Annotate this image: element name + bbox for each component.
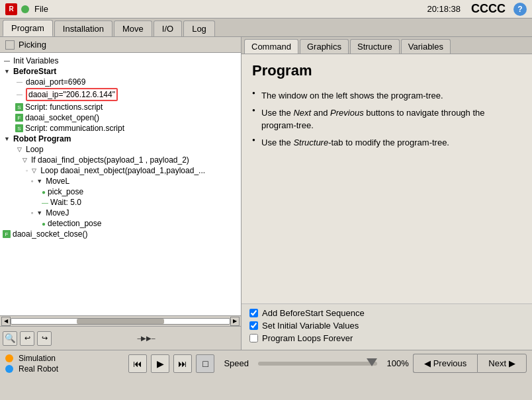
- detection-pose-icon: ●: [42, 220, 46, 227]
- loop-connector: ◦: [26, 167, 28, 174]
- socket-open-icon: F: [15, 114, 23, 122]
- triangle-icon-movel: ▼: [35, 177, 44, 186]
- right-panel-title: Program: [252, 62, 521, 79]
- tree-item-loop[interactable]: ▽ Loop: [3, 144, 238, 155]
- tree-item-detection-pose[interactable]: ● detection_pose: [3, 218, 238, 229]
- tree-item-robot-program[interactable]: ▼ Robot Program: [3, 134, 238, 144]
- tree-item-daoai-port[interactable]: — daoai_port=6969: [3, 77, 238, 87]
- tab-command[interactable]: Command: [244, 39, 298, 54]
- tab-move[interactable]: Move: [114, 20, 152, 36]
- main-tab-bar: Program Installation Move I/O Log: [0, 19, 532, 37]
- app-file-label: File: [34, 4, 231, 14]
- right-panel: Command Graphics Structure Variables Pro…: [242, 37, 532, 350]
- wait-label: Wait: 5.0: [50, 198, 81, 207]
- speed-thumb[interactable]: [367, 358, 377, 366]
- ip-icon: —: [15, 91, 24, 99]
- desc-item-3: Use the Structure-tab to modify the prog…: [252, 134, 521, 151]
- triangle-icon-movej: ▼: [35, 209, 44, 218]
- detection-pose-label: detection_pose: [48, 219, 101, 228]
- tree-item-script-comm[interactable]: S Script: communication.script: [3, 123, 238, 134]
- h-scrollbar-track[interactable]: [11, 318, 230, 325]
- h-scrollbar-thumb[interactable]: [77, 319, 164, 324]
- tab-graphics[interactable]: Graphics: [300, 39, 349, 54]
- simulation-label: Simulation: [19, 354, 56, 363]
- cb-add-before[interactable]: [249, 309, 258, 317]
- tree-item-wait[interactable]: — Wait: 5.0: [3, 197, 238, 208]
- cb-set-initial-label: Set Initial Variable Values: [262, 321, 359, 331]
- tab-installation[interactable]: Installation: [54, 20, 112, 36]
- next-icon: ▶: [509, 358, 515, 368]
- movej-label: MoveJ: [46, 208, 69, 218]
- play-end-button[interactable]: ⏭: [173, 354, 192, 373]
- bottom-toolbar: Simulation Real Robot ⏮ ▶ ⏭ □ Speed 100%…: [0, 350, 532, 376]
- undo-button[interactable]: ↩: [20, 331, 34, 346]
- socket-close-label: daoai_socket_close(): [13, 229, 87, 239]
- next-button[interactable]: Next ▶: [477, 354, 527, 373]
- cb-loop-forever[interactable]: [249, 334, 258, 342]
- tree-item-before-start[interactable]: ▼ BeforeStart: [3, 66, 238, 77]
- dash-icon: —: [3, 57, 11, 65]
- cb-loop-forever-label: Program Loops Forever: [262, 333, 353, 343]
- description-list: The window on the left shows the program…: [252, 87, 521, 151]
- checkbox-area: Add BeforeStart Sequence Set Initial Var…: [242, 303, 532, 350]
- cb-row-loop-forever: Program Loops Forever: [249, 333, 524, 343]
- tree-item-movej[interactable]: ◦ ▼ MoveJ: [3, 208, 238, 218]
- cb-row-add-before: Add BeforeStart Sequence: [249, 308, 524, 318]
- script-icon-1: S: [15, 103, 23, 111]
- tree-item-if-find[interactable]: ▽ If daoai_find_objects(payload_1 , payl…: [3, 155, 238, 165]
- tab-program[interactable]: Program: [3, 20, 53, 36]
- prev-icon: ◀: [424, 358, 431, 368]
- scroll-right-btn[interactable]: ▶: [230, 317, 240, 326]
- script-functions-label: Script: functions.script: [25, 102, 103, 112]
- socket-open-label: daoai_socket_open(): [25, 113, 99, 122]
- right-tab-bar: Command Graphics Structure Variables: [242, 37, 532, 54]
- tree-item-pick-pose[interactable]: ● pick_pose: [3, 186, 238, 197]
- daoai-port-label: daoai_port=6969: [26, 77, 85, 87]
- clock-display: 20:18:38: [427, 4, 461, 14]
- tab-log[interactable]: Log: [183, 20, 215, 36]
- nav-buttons-area: ◀ Previous Next ▶: [413, 354, 527, 373]
- program-tree[interactable]: — Init Variables ▼ BeforeStart — daoai_p…: [0, 53, 241, 315]
- redo-button[interactable]: ↪: [37, 331, 52, 346]
- triangle-icon-loop: ▽: [15, 145, 24, 154]
- tree-item-movel[interactable]: ◦ ▼ MoveL: [3, 176, 238, 186]
- scroll-left-btn[interactable]: ◀: [1, 317, 11, 326]
- real-robot-dot: [5, 365, 13, 373]
- loop-next-label: Loop daoai_next_object(payload_1,payload…: [40, 166, 205, 175]
- picking-icon: [5, 40, 15, 50]
- speed-label: Speed: [224, 358, 249, 368]
- play-start-button[interactable]: ⏮: [128, 354, 147, 373]
- movel-label: MoveL: [46, 177, 69, 186]
- tab-io[interactable]: I/O: [154, 20, 182, 36]
- tab-variables[interactable]: Variables: [401, 39, 451, 54]
- status-real-robot-row: Real Robot: [5, 364, 124, 374]
- status-dot-green: [21, 5, 29, 13]
- help-button[interactable]: ?: [513, 3, 527, 16]
- tree-item-socket-open[interactable]: F daoai_socket_open(): [3, 112, 238, 123]
- status-area: Simulation Real Robot: [5, 354, 124, 374]
- left-scrollbar[interactable]: ◀ ▶: [0, 315, 241, 326]
- wait-icon: —: [42, 199, 48, 206]
- simulation-dot: [5, 354, 13, 362]
- tree-item-loop-next[interactable]: ◦ ▽ Loop daoai_next_object(payload_1,pay…: [3, 165, 238, 176]
- tree-item-socket-close[interactable]: F daoai_socket_close(): [3, 229, 238, 239]
- search-button[interactable]: 🔍: [3, 331, 17, 346]
- tree-item-init-vars[interactable]: — Init Variables: [3, 56, 238, 66]
- cb-set-initial[interactable]: [249, 321, 258, 330]
- tab-structure[interactable]: Structure: [350, 39, 400, 54]
- cb-row-set-initial: Set Initial Variable Values: [249, 321, 524, 331]
- daoai-ip-label: daoai_ip="206.12.6.144": [26, 88, 118, 101]
- play-button[interactable]: ▶: [151, 354, 169, 373]
- tree-item-script-functions[interactable]: S Script: functions.script: [3, 102, 238, 112]
- socket-close-icon: F: [3, 230, 11, 238]
- tree-item-daoai-ip[interactable]: — daoai_ip="206.12.6.144": [3, 87, 238, 102]
- movel-connector: ◦: [31, 178, 33, 184]
- left-controls-bar: 🔍 ↩ ↪ –▶▶–: [0, 326, 241, 350]
- previous-button[interactable]: ◀ Previous: [413, 354, 478, 373]
- left-panel: Picking — Init Variables ▼ BeforeStart —…: [0, 37, 242, 350]
- speed-slider[interactable]: [258, 362, 377, 366]
- cb-add-before-label: Add BeforeStart Sequence: [262, 308, 365, 318]
- pick-pose-label: pick_pose: [48, 187, 83, 196]
- stop-button[interactable]: □: [196, 354, 214, 373]
- real-robot-label: Real Robot: [19, 364, 58, 374]
